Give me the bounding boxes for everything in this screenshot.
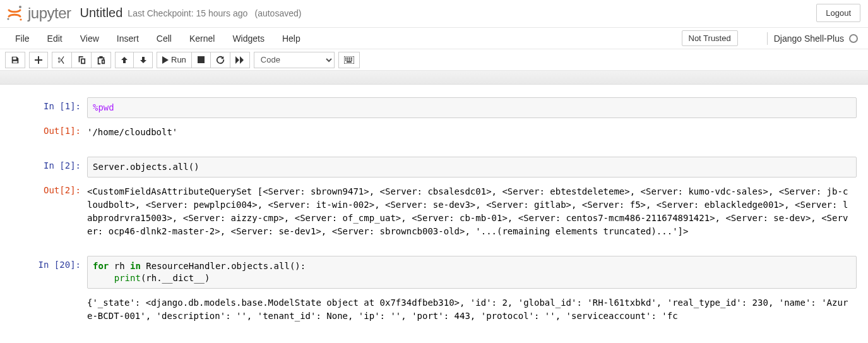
svg-rect-5 <box>345 57 347 59</box>
svg-rect-3 <box>198 56 205 63</box>
stop-icon <box>198 56 205 63</box>
kernel-indicator-icon <box>849 34 858 43</box>
menu-cell[interactable]: Cell <box>148 28 181 49</box>
svg-rect-7 <box>349 57 350 59</box>
keyboard-icon <box>344 56 354 64</box>
autosave-status: (autosaved) <box>255 8 302 18</box>
jupyter-logo-icon <box>6 5 23 21</box>
code-cell[interactable]: In [20]: for rh in ResourceHandler.objec… <box>11 256 857 327</box>
menu-insert[interactable]: Insert <box>108 28 148 49</box>
copy-icon <box>77 56 86 64</box>
plus-icon <box>35 56 42 64</box>
menu-kernel[interactable]: Kernel <box>181 28 223 49</box>
fast-forward-icon <box>235 56 244 64</box>
output-prompt: Out[1]: <box>11 122 87 140</box>
scissors-icon <box>57 56 66 64</box>
cell-type-select[interactable]: Code <box>254 52 335 68</box>
notebook-name[interactable]: Untitled <box>80 6 123 20</box>
command-palette-button[interactable] <box>338 52 360 68</box>
menu-widgets[interactable]: Widgets <box>223 28 273 49</box>
svg-point-1 <box>7 18 9 20</box>
save-icon <box>11 56 20 64</box>
kernel-name[interactable]: Django Shell-Plus <box>774 33 844 44</box>
toolbar: Run Code <box>0 49 868 71</box>
output-prompt <box>11 292 87 300</box>
restart-run-all-button[interactable] <box>230 52 250 68</box>
notebook-container: In [1]: %pwd Out[1]: '/home/cloudbolt' I… <box>0 85 868 327</box>
svg-rect-9 <box>345 59 347 61</box>
input-prompt: In [1]: <box>11 97 87 115</box>
menu-edit[interactable]: Edit <box>39 28 71 49</box>
restart-icon <box>216 56 225 64</box>
menu-view[interactable]: View <box>71 28 108 49</box>
run-button[interactable]: Run <box>157 52 192 68</box>
paste-icon <box>97 56 105 64</box>
copy-button[interactable] <box>72 52 92 68</box>
move-down-button[interactable] <box>134 52 153 68</box>
trust-indicator[interactable]: Not Trusted <box>682 30 738 46</box>
svg-point-2 <box>20 18 21 20</box>
cut-button[interactable] <box>52 52 72 68</box>
notebook-header: jupyter Untitled Last Checkpoint: 15 hou… <box>0 0 868 28</box>
menu-file[interactable]: File <box>6 28 39 49</box>
svg-rect-8 <box>351 57 352 59</box>
svg-rect-13 <box>347 61 352 63</box>
input-prompt: In [2]: <box>11 157 87 174</box>
output-prompt: Out[2]: <box>11 181 87 199</box>
cell-output: {'_state': <django.db.models.base.ModelS… <box>87 292 857 327</box>
code-cell[interactable]: In [2]: Server.objects.all() Out[2]: <Cu… <box>11 157 857 242</box>
arrow-down-icon <box>140 56 147 64</box>
jupyter-logo[interactable]: jupyter <box>6 4 71 22</box>
code-input[interactable]: Server.objects.all() <box>87 157 857 178</box>
menu-help[interactable]: Help <box>273 28 309 49</box>
paste-button[interactable] <box>92 52 111 68</box>
save-button[interactable] <box>5 52 25 68</box>
interrupt-button[interactable] <box>192 52 211 68</box>
move-up-button[interactable] <box>115 52 134 68</box>
arrow-up-icon <box>121 56 128 64</box>
insert-cell-below-button[interactable] <box>29 52 48 68</box>
cell-output: <CustomFieldAsAttributeQuerySet [<Server… <box>87 181 857 242</box>
logout-button[interactable]: Logout <box>816 4 860 22</box>
checkpoint-status: Last Checkpoint: 15 hours ago <box>128 8 247 18</box>
svg-rect-12 <box>351 59 352 61</box>
menu-bar: File Edit View Insert Cell Kernel Widget… <box>0 28 868 49</box>
kernel-divider <box>767 32 768 45</box>
play-icon <box>162 56 169 64</box>
jupyter-logo-text: jupyter <box>28 4 71 22</box>
restart-button[interactable] <box>211 52 230 68</box>
svg-rect-6 <box>347 57 348 59</box>
code-input[interactable]: %pwd <box>87 97 857 118</box>
run-button-label: Run <box>171 55 186 64</box>
input-prompt: In [20]: <box>11 256 87 274</box>
code-cell[interactable]: In [1]: %pwd Out[1]: '/home/cloudbolt' <box>11 97 857 143</box>
svg-rect-10 <box>347 59 348 61</box>
cell-output: '/home/cloudbolt' <box>87 122 857 143</box>
code-input[interactable]: for rh in ResourceHandler.objects.all():… <box>87 256 857 289</box>
toolbar-separator <box>0 71 868 85</box>
svg-point-0 <box>19 6 21 8</box>
svg-rect-11 <box>349 59 350 61</box>
